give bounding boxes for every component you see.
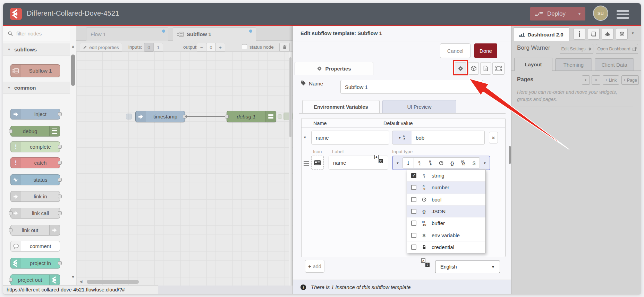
env-type-icon[interactable]: $: [469, 160, 480, 166]
type-select-button[interactable]: ▾ az: [392, 131, 412, 145]
outputs-minus-button[interactable]: −: [197, 43, 206, 52]
vscrollbar-track[interactable]: [289, 52, 292, 286]
bool-type-icon[interactable]: [436, 161, 447, 165]
caret-down-icon[interactable]: ▾: [393, 161, 402, 165]
main-menu-icon[interactable]: [617, 10, 629, 19]
palette-node-inject[interactable]: inject: [10, 109, 60, 119]
tab-flow-1[interactable]: Flow 1: [86, 27, 168, 41]
palette-node-project-in[interactable]: project in: [10, 258, 60, 269]
module-properties-toggle-button[interactable]: [492, 62, 505, 75]
edit-settings-button[interactable]: Edit Settings: [560, 44, 593, 54]
palette-node-status[interactable]: status: [10, 174, 60, 185]
outputs-value[interactable]: 0: [206, 43, 216, 52]
status-node-checkbox[interactable]: [242, 44, 247, 49]
collapse-all-button[interactable]: «: [582, 75, 590, 85]
palette-node-catch[interactable]: ! catch: [10, 157, 60, 168]
type-option-json[interactable]: {} JSON: [407, 205, 485, 217]
scroll-down-icon[interactable]: ▼: [71, 275, 75, 279]
checkbox-checked[interactable]: ✓: [411, 173, 416, 178]
number-type-icon[interactable]: 09: [425, 160, 436, 166]
add-env-var-button[interactable]: +add: [305, 260, 324, 273]
palette-node-link-out[interactable]: link out: [10, 225, 60, 236]
tab-properties[interactable]: Properties: [295, 62, 373, 75]
palette-search[interactable]: [3, 26, 76, 41]
filter-nodes-input[interactable]: [16, 30, 68, 37]
expand-all-button[interactable]: «: [592, 75, 600, 85]
string-type-icon[interactable]: az: [414, 160, 425, 166]
input-port[interactable]: [225, 115, 229, 118]
checkbox[interactable]: [411, 185, 416, 190]
appearance-toggle-button[interactable]: [468, 62, 479, 75]
flow-grid[interactable]: timestamp debug 1: [76, 52, 293, 286]
hscroll-left-icon[interactable]: ◀: [79, 279, 82, 284]
checkbox[interactable]: [411, 221, 416, 226]
node-timestamp[interactable]: timestamp: [135, 111, 185, 122]
palette-section-common[interactable]: ▾ common: [3, 82, 70, 94]
wire[interactable]: [185, 116, 227, 117]
vscrollbar-thumb[interactable]: [289, 57, 291, 137]
hscrollbar-thumb[interactable]: [87, 280, 139, 284]
json-type-icon[interactable]: {}: [447, 160, 458, 166]
edit-properties-button[interactable]: edit properties: [80, 43, 122, 52]
outputs-plus-button[interactable]: +: [215, 43, 225, 52]
language-select[interactable]: English ▼: [435, 261, 500, 273]
open-dashboard-button[interactable]: Open Dashboard: [596, 44, 638, 54]
text-input-type-icon[interactable]: I: [403, 158, 414, 168]
type-option-string[interactable]: ✓ az string: [407, 170, 485, 181]
checkbox[interactable]: [411, 197, 416, 202]
debug-output-icon[interactable]: [265, 111, 276, 122]
inputs-option-1[interactable]: 1: [153, 43, 163, 52]
type-option-env-variable[interactable]: $ env variable: [407, 229, 485, 241]
palette-node-subflow-1[interactable]: Subflow 1: [10, 64, 60, 77]
inputs-option-0[interactable]: 0: [144, 43, 154, 52]
delete-subflow-button[interactable]: [279, 43, 290, 52]
checkbox[interactable]: [411, 245, 416, 250]
palette-node-project-out[interactable]: project out: [10, 274, 60, 285]
checkbox[interactable]: [411, 209, 416, 214]
palette-node-link-call[interactable]: link call: [10, 208, 60, 218]
row-expand-icon[interactable]: ▾: [304, 135, 306, 140]
palette-node-complete[interactable]: ! complete: [10, 141, 60, 152]
checkbox[interactable]: [411, 233, 416, 238]
settings-gear-button[interactable]: [616, 28, 628, 40]
node-debug-1[interactable]: debug 1: [227, 111, 276, 122]
deploy-button[interactable]: Deploy ▾: [530, 7, 585, 20]
debug-bug-button[interactable]: [602, 28, 613, 40]
info-sidebar-button[interactable]: [574, 28, 585, 40]
type-option-bool[interactable]: bool: [407, 193, 485, 205]
tab-dashboard-2[interactable]: Dashboard 2.0: [513, 27, 569, 41]
tab-client-data[interactable]: Client Data: [595, 58, 634, 71]
palette-node-debug[interactable]: debug: [10, 126, 60, 137]
done-button[interactable]: Done: [474, 43, 497, 58]
env-name-input[interactable]: [311, 131, 389, 145]
tray-scrollbar-thumb[interactable]: [509, 146, 511, 164]
palette-scrollbar[interactable]: ▲ ▼: [70, 26, 76, 286]
tab-environment-variables[interactable]: Environment Variables: [302, 100, 380, 114]
scroll-up-icon[interactable]: ▲: [71, 44, 75, 48]
palette-section-subflows[interactable]: ▾ subflows: [3, 43, 70, 56]
palette-node-comment[interactable]: comment: [10, 241, 60, 251]
user-avatar[interactable]: su: [594, 6, 608, 20]
drag-handle[interactable]: [304, 160, 309, 167]
remove-row-button[interactable]: ×: [489, 132, 498, 143]
description-toggle-button[interactable]: [480, 62, 491, 75]
type-option-number[interactable]: 09 number: [407, 181, 485, 193]
cancel-button[interactable]: Cancel: [440, 43, 471, 58]
tab-layout[interactable]: Layout: [514, 58, 552, 71]
tab-subflow-1[interactable]: Subflow 1: [173, 27, 256, 41]
input-type-widget[interactable]: ▾ I az 09 {} 0110 $ ▾: [392, 156, 490, 170]
type-option-credential[interactable]: credential: [407, 241, 485, 253]
tab-ui-preview[interactable]: UI Preview: [382, 100, 456, 114]
scrollbar-thumb[interactable]: [71, 55, 75, 86]
type-option-buffer[interactable]: 0110 buffer: [407, 217, 485, 229]
tab-theming[interactable]: Theming: [555, 58, 592, 71]
icon-picker-button[interactable]: [311, 156, 324, 170]
buffer-type-icon[interactable]: 0110: [458, 160, 469, 166]
add-link-button[interactable]: + Link: [603, 75, 619, 85]
deploy-caret-icon[interactable]: ▾: [578, 11, 581, 16]
env-value-input[interactable]: [412, 131, 485, 145]
caret-down-icon[interactable]: ▾: [480, 161, 490, 165]
add-page-button[interactable]: + Page: [621, 75, 639, 85]
palette-node-link-in[interactable]: link in: [10, 191, 60, 202]
sidebar-caret-icon[interactable]: ▾: [632, 31, 634, 35]
